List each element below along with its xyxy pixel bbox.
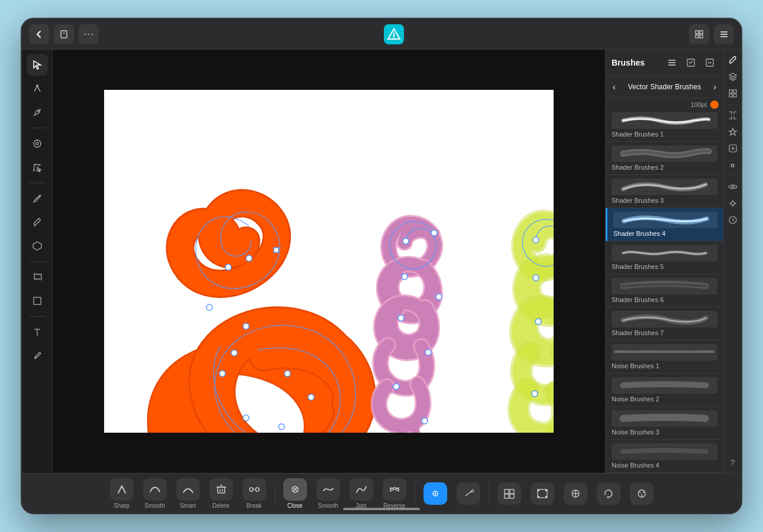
bottom-btn-rotate[interactable]: [594, 482, 623, 505]
svg-point-34: [231, 350, 237, 356]
panel-close[interactable]: [702, 55, 717, 70]
more-button[interactable]: ···: [79, 24, 99, 44]
right-icon-wand[interactable]: [726, 196, 740, 210]
svg-point-14: [34, 140, 41, 147]
brush-nav-forward[interactable]: ›: [711, 82, 719, 92]
tool-eyedropper[interactable]: [27, 345, 48, 366]
tool-smartselect[interactable]: [27, 157, 48, 178]
svg-rect-89: [505, 489, 509, 494]
new-document-button[interactable]: [54, 24, 74, 44]
brush-category-title: Vector Shader Brushes: [620, 83, 709, 91]
brush-item-noise4[interactable]: Noise Brushes 4: [606, 440, 723, 473]
right-divider-2: [728, 176, 738, 176]
svg-point-51: [532, 391, 538, 397]
tool-select[interactable]: [27, 54, 48, 76]
bottom-btn-more1[interactable]: [561, 482, 590, 505]
brush-item-noise1[interactable]: Noise Brushes 1: [606, 340, 723, 374]
bottom-btn-delete[interactable]: Delete: [207, 478, 235, 509]
brush-item-shader4[interactable]: Shader Brushes 4: [606, 208, 723, 241]
join-icon: [350, 478, 373, 501]
svg-point-46: [533, 237, 539, 243]
svg-rect-96: [538, 496, 539, 498]
bottom-btn-align[interactable]: [495, 482, 523, 505]
right-icon-layers[interactable]: [726, 70, 740, 84]
right-icon-star[interactable]: [726, 125, 740, 139]
smart-icon: [176, 478, 200, 501]
brush-item-shader1[interactable]: Shader Brushes 1: [606, 109, 723, 142]
main-area: Brushes: [22, 50, 741, 473]
bottom-btn-smooth2[interactable]: Smooth: [314, 478, 342, 509]
right-icon-plus[interactable]: [726, 141, 740, 155]
bottom-btn-plus2[interactable]: [628, 482, 656, 505]
brush-item-shader2[interactable]: Shader Brushes 2: [606, 142, 723, 175]
tool-pencil[interactable]: [27, 188, 48, 209]
layers-button[interactable]: [714, 24, 734, 44]
orange-strokes: [163, 203, 361, 433]
brush-preview-shader7: [612, 311, 717, 327]
break-label: Break: [246, 502, 261, 509]
brush-list[interactable]: Shader Brushes 1 Shader Brushes 2: [606, 109, 723, 473]
brush-label-shader7: Shader Brushes 7: [612, 329, 717, 336]
grid-button[interactable]: [689, 24, 709, 44]
tool-shape[interactable]: [27, 290, 48, 312]
right-icon-expand[interactable]: [726, 108, 740, 122]
tool-node[interactable]: [27, 78, 48, 99]
transform-icon: [531, 482, 554, 505]
brush-item-shader6[interactable]: Shader Brushes 6: [606, 274, 723, 307]
brush-preview-shader4: [613, 212, 717, 228]
panel-title: Brushes: [612, 58, 661, 67]
brush-item-shader7[interactable]: Shader Brushes 7: [606, 307, 723, 340]
svg-point-27: [206, 304, 212, 310]
svg-rect-90: [510, 489, 514, 494]
bottom-btn-break[interactable]: Break: [240, 478, 269, 509]
bottom-btn-handle[interactable]: [454, 482, 483, 505]
svg-rect-63: [733, 94, 736, 97]
tool-brush[interactable]: [27, 212, 48, 233]
bottom-btn-smooth1[interactable]: Smooth: [141, 478, 169, 509]
right-icon-clock[interactable]: [726, 213, 740, 227]
tool-crop[interactable]: [27, 267, 48, 288]
toolbar-separator-2: [415, 482, 415, 505]
canvas-wrapper[interactable]: [53, 50, 605, 473]
svg-rect-97: [545, 496, 547, 498]
home-indicator: [343, 508, 420, 510]
brush-item-noise2[interactable]: Noise Brushes 2: [606, 374, 723, 407]
tool-text[interactable]: [27, 322, 48, 343]
right-icon-question[interactable]: ?: [726, 455, 740, 469]
bottom-btn-join[interactable]: Join: [347, 478, 376, 509]
right-icon-alpha[interactable]: α: [726, 158, 740, 172]
close-label: Close: [287, 502, 303, 509]
right-icon-eye[interactable]: [726, 180, 740, 194]
brush-label-shader3: Shader Brushes 3: [612, 197, 717, 204]
bottom-btn-nodetype[interactable]: [421, 482, 450, 505]
svg-line-20: [39, 196, 40, 197]
brush-color[interactable]: [710, 100, 719, 109]
bottom-btn-sharp[interactable]: Sharp: [108, 478, 136, 509]
brush-nav-back[interactable]: ‹: [610, 82, 618, 92]
svg-point-29: [284, 371, 290, 377]
canvas[interactable]: [104, 90, 554, 433]
bottom-btn-transform[interactable]: [528, 482, 557, 505]
svg-point-40: [398, 315, 404, 321]
tool-paint[interactable]: [27, 235, 48, 257]
brush-item-shader5[interactable]: Shader Brushes 5: [606, 241, 723, 274]
right-icon-brush[interactable]: [726, 53, 740, 67]
bottom-btn-reverse[interactable]: Reverse: [380, 478, 409, 509]
back-button[interactable]: [29, 24, 49, 44]
bottom-btn-close[interactable]: Close: [281, 478, 309, 509]
brush-item-shader3[interactable]: Shader Brushes 3: [606, 175, 723, 208]
panel-edit-view[interactable]: [683, 55, 699, 70]
svg-point-67: [732, 186, 734, 188]
right-icon-grid[interactable]: [726, 86, 740, 100]
bottom-btn-smart[interactable]: Smart: [174, 478, 202, 509]
svg-rect-56: [668, 64, 675, 66]
smooth2-label: Smooth: [318, 502, 338, 509]
close-icon: [283, 478, 307, 501]
tool-divider-1: [29, 128, 46, 128]
tool-pen[interactable]: [27, 102, 48, 123]
panel-list-view[interactable]: [664, 55, 680, 70]
right-panel: Brushes: [605, 50, 723, 473]
tool-target[interactable]: [27, 133, 48, 154]
brush-item-noise3[interactable]: Noise Brushes 3: [606, 407, 723, 440]
left-toolbar: [22, 50, 53, 473]
